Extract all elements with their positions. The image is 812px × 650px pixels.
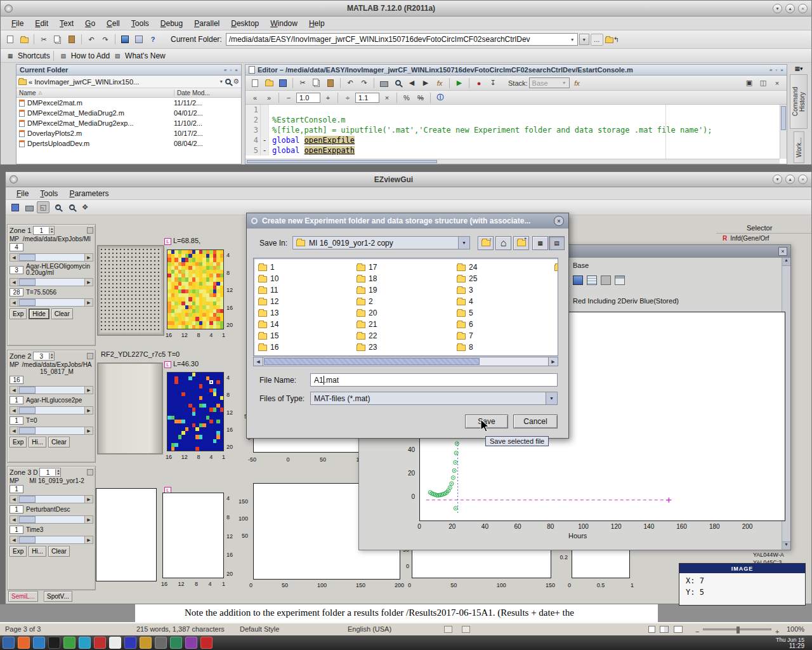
taskbar-app-icon[interactable] [94,637,106,649]
media-index-field[interactable]: 3 [10,266,23,274]
indent-right-icon[interactable]: » [263,91,275,103]
zone-slider[interactable]: ◀▶ [10,253,93,262]
file-row[interactable]: DoverlayPlots2.m10/17/2... [16,128,241,138]
hide-button[interactable]: Hi... [29,546,46,557]
code-line[interactable]: 5-global openExppath [246,145,787,156]
folder-item[interactable]: 6 [457,319,552,330]
back-icon[interactable]: ◀ [405,77,418,89]
tab-command-history[interactable]: Command History [790,74,808,129]
chevron-down-icon[interactable]: ▼ [546,392,557,404]
taskbar-app-icon[interactable] [185,637,197,649]
taskbar-app-icon[interactable] [200,637,213,649]
guide-icon[interactable] [133,34,145,46]
split-view-icon[interactable]: ◫ [757,77,769,89]
open-file-icon[interactable] [18,34,30,46]
code-line[interactable]: 3%[file,path] = uiputfile('.mat','Create… [246,125,787,135]
editor-vscrollbar[interactable] [780,105,787,159]
spinner-buttons[interactable]: ▲▼ [55,469,60,475]
zone-slider[interactable]: ◀▶ [10,427,93,435]
copy-icon[interactable] [310,77,323,89]
edit-plot-icon[interactable]: ◱ [37,201,49,213]
matlab-menu-text[interactable]: Text [54,18,79,29]
statusbar-words[interactable]: 215 words, 1,387 characters [136,625,225,633]
folder-item[interactable]: 9 [554,262,558,273]
file-row[interactable]: DMPexcel2mat_MediaDrug2.m04/01/2... [16,108,241,118]
code-line[interactable]: 4-global openExpfile [246,135,787,145]
fx-icon[interactable]: fx [433,77,446,89]
close-icon[interactable]: × [778,247,787,256]
statusbar-style[interactable]: Default Style [240,625,279,633]
scroll-down-icon[interactable]: ▼ [782,541,790,550]
pan-icon[interactable]: ✥ [79,201,91,213]
folder-dropdown-button[interactable]: ▼ [579,34,589,45]
comment-icon[interactable]: % [400,91,413,103]
new-script-icon[interactable] [4,34,16,46]
exp-button[interactable]: Exp [10,546,27,557]
time-index-field[interactable]: 28 [10,288,23,296]
redo-icon[interactable]: ↷ [358,77,370,89]
folder-item[interactable]: 3 [457,284,552,296]
taskbar-app-icon[interactable] [63,637,75,649]
paste-icon[interactable] [324,77,337,89]
multi-page-view-icon[interactable] [660,626,669,633]
new-file-icon[interactable] [249,77,261,89]
matlab-menu-edit[interactable]: Edit [29,18,54,29]
help-icon[interactable]: ? [147,34,159,46]
matlab-menu-parallel[interactable]: Parallel [188,18,225,29]
current-folder-panel-header[interactable]: Current Folder « ▫ × [16,65,241,76]
folder-item[interactable]: 16 [258,342,353,353]
folder-item[interactable]: 15 [258,330,353,342]
scroll-left-icon[interactable]: ◀ [254,357,263,366]
maximize-button[interactable]: ▴ [785,4,795,13]
stack-combo[interactable]: Base ▼ [529,77,570,88]
folder-item[interactable]: 23 [357,342,452,353]
maximize-button[interactable]: ▴ [785,175,795,184]
shortcuts-grid-icon[interactable]: ▦ [4,50,16,62]
divide-icon[interactable]: ÷ [341,91,354,103]
exp-button[interactable]: Exp [10,437,27,448]
cancel-button[interactable]: Cancel [513,415,558,428]
base-workspace-label[interactable]: Base [573,262,589,269]
zoom-in-icon[interactable]: + [775,628,779,635]
copy-icon[interactable] [51,34,64,46]
close-panel-icon[interactable]: × [780,67,783,73]
minimize-button[interactable]: ▾ [773,4,782,13]
folder-item[interactable]: 25 [457,273,552,284]
folder-item[interactable]: 7 [457,330,552,342]
info-icon[interactable]: ⓘ [434,91,447,103]
fx-browser-icon[interactable]: fx [571,77,584,89]
data-table-icon[interactable] [587,275,597,285]
plot-tools-icon[interactable] [573,275,583,285]
empty-plate-panel[interactable] [96,488,157,581]
spinner-buttons[interactable]: ▲▼ [49,353,54,359]
window-menu-icon[interactable] [10,175,18,183]
zone-spinner[interactable]: 1▲▼ [39,468,61,477]
file-row[interactable]: DMPexcel2mat_MediaDrug2exp...11/10/2... [16,118,241,128]
zone-slider[interactable]: ◀▶ [10,536,93,544]
save-icon[interactable] [9,201,22,213]
code-editor[interactable]: 12%EstartConsole.m3%[file,path] = uiputf… [246,105,787,164]
scrollbar-thumb[interactable] [264,358,480,365]
spacing-field[interactable]: 1.0 [296,93,320,103]
spinner-buttons[interactable]: ▲▼ [49,227,54,234]
close-button[interactable]: × [798,175,808,184]
matlab-menu-help[interactable]: Help [303,18,331,29]
mp-value-field[interactable]: 1 [10,485,23,493]
folder-item[interactable]: 13 [258,307,353,319]
ezview-menu-parameters[interactable]: Parameters [63,188,114,199]
undock-icon[interactable]: ▫ [775,67,777,73]
decrease-icon[interactable]: − [282,91,295,103]
selector-prefix[interactable]: R [723,235,727,242]
taskbar-app-icon[interactable] [140,637,152,649]
zone-corner-icon[interactable] [87,353,93,359]
file-row[interactable]: DMPexcel2mat.m11/11/2... [16,98,241,108]
scrollbar-thumb[interactable] [781,106,786,130]
zone-slider[interactable]: ◀▶ [10,298,93,307]
close-button[interactable]: × [798,4,808,13]
open-icon[interactable] [263,77,275,89]
dock-icon[interactable]: « [769,67,772,73]
ezview-menu-file[interactable]: File [11,188,34,199]
paste-icon[interactable] [65,34,78,46]
folder-item[interactable]: 5 [457,307,552,319]
book-view-icon[interactable] [674,626,683,633]
